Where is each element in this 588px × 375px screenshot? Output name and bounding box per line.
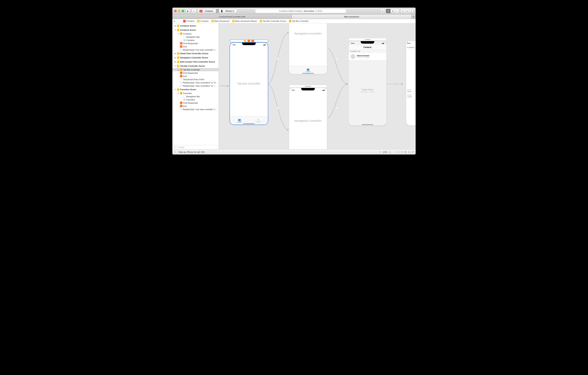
outline-label: Edit Contact View Controller Scene [180, 61, 215, 63]
zoom-level[interactable]: 60% [383, 151, 387, 153]
back-label[interactable]: Contacts [408, 46, 414, 48]
prototype-cell[interactable]: Name Surname Position, Company › [348, 53, 387, 60]
disclosure-icon[interactable]: ▶ [174, 61, 176, 63]
minimize-icon[interactable] [178, 10, 180, 12]
outline-row[interactable]: ★Favorites [172, 98, 218, 101]
toggle-inspector-button[interactable]: ▯ [409, 9, 414, 13]
segue-icon[interactable]: ⟋ [277, 57, 279, 60]
outline-row[interactable]: First Responder [172, 101, 218, 104]
email-value[interactable]: email [407, 91, 416, 92]
run-button[interactable]: ▶ [186, 9, 190, 13]
resolve-button[interactable]: |◦| [408, 151, 410, 153]
view-as-button[interactable]: View as: iPhone Xs (wC hR) [178, 151, 205, 153]
disclosure-icon[interactable]: ▶ [174, 57, 176, 59]
zoom-out-button[interactable]: − [379, 150, 381, 154]
related-items-icon[interactable]: ⊞ [174, 20, 175, 22]
entry-arrow-icon [220, 83, 231, 89]
outline-row[interactable]: Exit [172, 75, 218, 78]
toggle-outline-icon[interactable]: ▯ [174, 151, 175, 153]
outline-row[interactable]: ▼Favorites Scene [172, 88, 218, 92]
disclosure-icon[interactable]: ▶ [177, 69, 179, 71]
outline-row[interactable]: Relationship "view controllers" to "It… [172, 81, 218, 84]
jump-item[interactable]: Tab Bar Controller Scene [260, 20, 286, 22]
outline-row[interactable]: ▶Detail View Controller Scene [172, 51, 218, 55]
tab-contactsvc[interactable]: ContactsViewController.swift [172, 15, 292, 19]
segue-icon[interactable]: ⟋ [277, 107, 279, 110]
disclosure-icon[interactable]: ▼ [177, 92, 179, 94]
outline-row[interactable]: Relationship "root view controller" t… [172, 48, 218, 51]
outline-label: Relationship "view controllers" to "It… [183, 81, 218, 84]
scene-nav-contacts[interactable]: Navigation Controller 👥 Contacts [289, 23, 327, 74]
scene-badge-tabbar[interactable] [230, 40, 268, 42]
scene-detail[interactable]: 9:41 ‹ Contacts Email email Phone 1-(234 [406, 41, 416, 125]
version-editor-button[interactable]: ↔ [395, 9, 399, 13]
outline-row[interactable]: Relationship "view controllers" to "… [172, 84, 218, 88]
storyboard-canvas[interactable]: 9:41▬ ▮ Tab Bar Controller 👥 Contacts ♥ … [219, 23, 416, 149]
jump-item[interactable]: Tab Bar Controller [289, 20, 309, 22]
zoom-in-button[interactable]: + [389, 151, 391, 154]
close-icon[interactable] [174, 10, 177, 12]
outline-label: Relationship "root view controller" t… [183, 49, 217, 51]
disclosure-icon[interactable]: ▼ [174, 88, 176, 90]
zoom-icon[interactable] [182, 10, 184, 12]
jump-bar[interactable]: ⊞ 〈 〉 Contacts〉Contacts〉Main.storyboard〉… [172, 19, 416, 23]
outline-row[interactable]: First Responder [172, 71, 218, 75]
library-button[interactable]: ◎ [380, 9, 385, 13]
toggle-navigator-button[interactable]: ▯ [400, 9, 405, 13]
outline-row[interactable]: ▶Navigation Controller Scene [172, 55, 218, 60]
update-frames-button[interactable]: ⟳ [412, 151, 414, 153]
segue-icon[interactable]: ⟋ [336, 57, 338, 60]
outline-row[interactable]: ▼Contacts Scene [172, 28, 218, 32]
outline-row[interactable]: First Responder [172, 42, 218, 45]
scene-badge-contacts[interactable]: Contacts [348, 38, 387, 41]
outline-row[interactable]: ▶Contacts Scene [172, 24, 218, 28]
jump-item[interactable]: Main.storyboard (Base) [232, 20, 257, 22]
outline-filter[interactable]: Filter [172, 145, 218, 149]
disclosure-icon[interactable]: ▶ [174, 53, 176, 55]
tab-storyboard[interactable]: Main.storyboard [292, 15, 411, 19]
outline-row[interactable]: ▶Edit Contact View Controller Scene [172, 60, 218, 64]
outline-row[interactable]: Exit [172, 104, 218, 108]
jump-item[interactable]: Main.storyboard [211, 20, 229, 22]
outline-row[interactable]: ▼Favorites [172, 92, 218, 95]
disclosure-icon[interactable]: ▼ [177, 33, 179, 35]
outline-row[interactable]: ▼Contacts [172, 32, 218, 35]
outline-row[interactable]: Relationship "root view controller" t… [172, 108, 218, 111]
tab-add-button[interactable]: + [411, 15, 416, 19]
outline-row[interactable]: ▼Tab Bar Controller Scene [172, 64, 218, 68]
phone-value[interactable]: 1-(234 [407, 96, 416, 98]
jump-item[interactable]: Contacts [183, 20, 194, 22]
jump-item[interactable]: Contacts [197, 20, 208, 22]
prototype-header: Prototype Cells [348, 50, 387, 53]
outline-row[interactable]: ▶Tab Bar Controller [172, 68, 218, 71]
outline-row[interactable]: ★Contacts [172, 38, 218, 42]
standard-editor-button[interactable]: ☰ [386, 9, 391, 13]
outline-row[interactable]: Navigation Bar [172, 95, 218, 98]
outline-row[interactable]: →Storyboard Entry Point [172, 78, 218, 81]
scene-icon [177, 29, 179, 31]
nav-back-icon[interactable]: 〈 [177, 20, 179, 22]
scheme-selector[interactable]: AContacts 📱 iPhone X [198, 9, 237, 13]
scene-tabbar-controller[interactable]: 9:41▬ ▮ Tab Bar Controller 👥 Contacts ♥ … [230, 43, 268, 125]
embed-button[interactable]: ⊙ [398, 151, 399, 153]
outline-row[interactable]: Exit [172, 45, 218, 48]
scene-nav-favorites[interactable]: 9:41▬ ▮ Navigation Controller [289, 88, 327, 149]
segue-icon[interactable]: ⟋ [336, 107, 338, 110]
pin-button[interactable]: ⊞ [405, 151, 406, 153]
disclosure-icon[interactable]: ▶ [174, 25, 176, 27]
toggle-debug-button[interactable]: ▭ [405, 9, 409, 13]
vc-icon [289, 20, 291, 22]
outline-tree[interactable]: ▶Contacts Scene▼Contacts Scene▼ContactsN… [172, 23, 218, 145]
scene-badge-favorites[interactable]: Favorites [289, 85, 327, 88]
scene-contacts-list[interactable]: 9:41▬ ▮ Contacts Prototype Cells Name Su… [348, 41, 387, 125]
jump-bar-path[interactable]: Contacts〉Contacts〉Main.storyboard〉Main.s… [183, 20, 309, 22]
align-button[interactable]: ⇥ [401, 151, 403, 153]
outline-row[interactable]: Navigation Bar [172, 35, 218, 38]
segue-icon[interactable]: ▣ [394, 83, 397, 86]
disclosure-icon[interactable]: ▼ [174, 29, 176, 31]
disclosure-icon[interactable]: ▼ [174, 65, 176, 67]
nav-fwd-icon[interactable]: 〉 [179, 20, 182, 22]
stop-button[interactable]: ■ [192, 9, 196, 13]
assistant-editor-button[interactable]: ⊚ [390, 9, 395, 13]
filter-scope-icon[interactable] [174, 146, 176, 148]
